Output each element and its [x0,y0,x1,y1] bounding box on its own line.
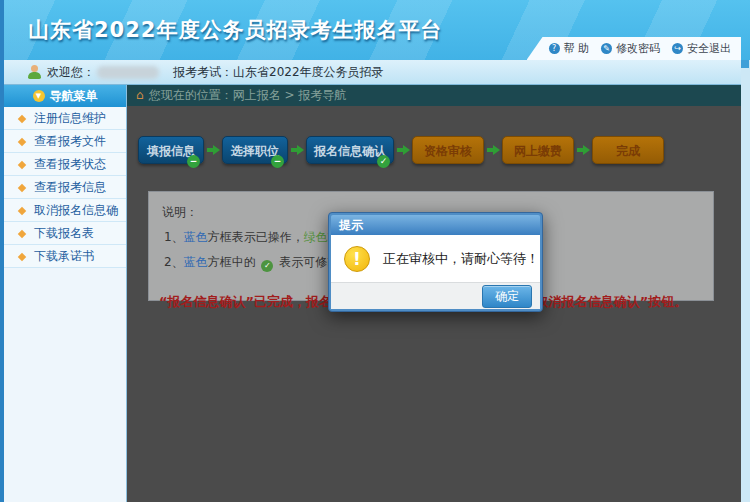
sidebar-nav-title: 导航菜单 [50,88,98,105]
help-label: 帮 助 [564,41,590,56]
sidebar-item-view-info[interactable]: 查看报考信息 [4,176,126,199]
arrow-right-icon [395,145,411,155]
registration-platform-page: 山东省2022年度公务员招录考生报名平台 ? 帮 助 ✎ 修改密码 ↪ 安全退出… [0,0,750,502]
exam-info: 报考考试：山东省2022年度公务员招录 [173,64,384,81]
line2-number: 2、 [164,255,184,269]
line1-number: 1、 [164,230,184,244]
minus-badge-icon: − [271,155,284,168]
review-status-dialog: 提示 ! 正在审核中，请耐心等待！ 确定 [328,212,543,312]
step-label: 网上缴费 [514,144,562,158]
app-header: 山东省2022年度公务员招录考生报名平台 ? 帮 助 ✎ 修改密码 ↪ 安全退出 [0,0,750,60]
breadcrumb-text: 您现在的位置：网上报名 > 报考导航 [149,85,347,106]
breadcrumb: ⌂ 您现在的位置：网上报名 > 报考导航 [127,85,741,106]
sidebar-nav-header[interactable]: ▼ 导航菜单 [4,85,126,107]
step-qualification-review: 资格审核 [412,136,484,164]
header-actions-bar: ? 帮 助 ✎ 修改密码 ↪ 安全退出 [527,37,742,60]
step-select-position[interactable]: 选择职位 − [222,136,288,164]
step-label: 完成 [616,144,640,158]
sidebar-item-view-status[interactable]: 查看报考状态 [4,153,126,176]
check-badge-icon: ✓ [261,260,273,272]
step-label: 报名信息确认 [314,144,386,158]
logout-icon: ↪ [672,43,683,54]
arrow-right-icon [575,145,591,155]
sidebar-nav: ▼ 导航菜单 注册信息维护 查看报考文件 查看报考状态 查看报考信息 取消报名信… [4,85,127,502]
page-title: 山东省2022年度公务员招录考生报名平台 [28,16,442,44]
check-badge-icon: ✓ [377,155,390,168]
line1-text: 方框表示已操作， [208,230,304,244]
help-icon: ? [549,43,560,54]
change-password-button[interactable]: ✎ 修改密码 [601,41,660,56]
password-icon: ✎ [601,43,612,54]
step-complete: 完成 [592,136,664,164]
dialog-body: ! 正在审核中，请耐心等待！ [331,235,540,282]
user-avatar-icon [28,65,41,79]
sidebar-item-cancel-confirmation[interactable]: 取消报名信息确认 [4,199,126,222]
change-password-label: 修改密码 [616,41,660,56]
dialog-footer: 确定 [331,282,540,309]
alert-icon: ! [344,246,370,272]
scrollbar-thumb[interactable] [741,60,749,68]
sidebar-item-download-form[interactable]: 下载报名表 [4,222,126,245]
step-flow: 填报信息 − 选择职位 − 报名信息确认 ✓ 资格审核 网上缴费 [138,136,664,164]
scrollbar-track[interactable] [741,60,750,502]
line2-text: 方框中的 [208,255,256,269]
minus-badge-icon: − [187,155,200,168]
step-confirm-info[interactable]: 报名信息确认 ✓ [306,136,394,164]
user-name-redacted [97,66,159,79]
line2-blue-word: 蓝色 [184,255,208,269]
arrow-right-icon [289,145,305,155]
line1-green-word: 绿色 [304,230,328,244]
logout-button[interactable]: ↪ 安全退出 [672,41,731,56]
dialog-title-bar[interactable]: 提示 [331,215,540,235]
sidebar-item-registration-info[interactable]: 注册信息维护 [4,107,126,130]
arrow-right-icon [485,145,501,155]
line1-blue-word: 蓝色 [184,230,208,244]
welcome-greeting: 欢迎您： [47,64,95,81]
chevron-down-icon: ▼ [33,90,45,102]
step-label: 资格审核 [424,144,472,158]
welcome-bar: 欢迎您： 报考考试：山东省2022年度公务员招录 [0,60,741,85]
help-button[interactable]: ? 帮 助 [549,41,590,56]
logout-label: 安全退出 [687,41,731,56]
step-label: 填报信息 [147,144,195,158]
home-icon: ⌂ [136,85,144,106]
arrow-right-icon [205,145,221,155]
step-online-payment: 网上缴费 [502,136,574,164]
step-fill-info[interactable]: 填报信息 − [138,136,204,164]
sidebar-item-view-documents[interactable]: 查看报考文件 [4,130,126,153]
sidebar-item-download-commitment[interactable]: 下载承诺书 [4,245,126,268]
step-label: 选择职位 [231,144,279,158]
ok-button[interactable]: 确定 [482,285,532,308]
dialog-message: 正在审核中，请耐心等待！ [383,250,539,268]
